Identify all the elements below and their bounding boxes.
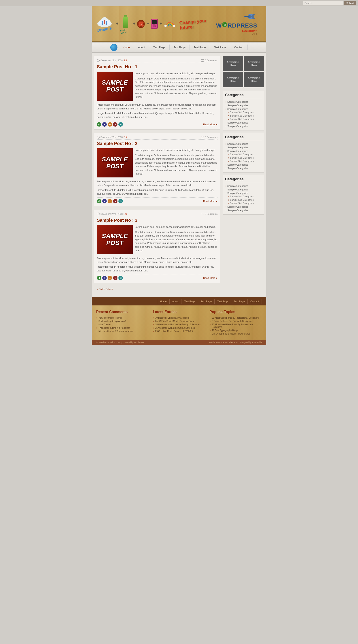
svg-point-14 [164, 24, 167, 27]
cat-item-1-3[interactable]: Sample Categories [225, 107, 262, 111]
footer-nav-testpage-1[interactable]: Test Page [182, 299, 198, 304]
cat-item-2-4[interactable]: Sample Categories [225, 163, 262, 166]
recent-comment-1[interactable]: Bookmarking this post now! [96, 320, 148, 323]
cat-item-3-2[interactable]: Sample Categories [225, 188, 262, 191]
nav-testpage-3[interactable]: Test Page [190, 44, 210, 50]
footer-nav-testpage-4[interactable]: Test Page [231, 299, 248, 304]
post-meta-2: December 22nd, 2008 Edit 0 Comments [97, 136, 218, 140]
nav-home[interactable]: Home [118, 44, 134, 50]
cat-item-2-sub-3[interactable]: Sample Sub Categories [225, 160, 262, 163]
share-icon-teal-3[interactable]: ✉ [118, 276, 123, 280]
read-more-1[interactable]: Read More ● [203, 123, 218, 126]
cat-item-1-1[interactable]: Sample Categories [225, 100, 262, 104]
cat-item-3-3[interactable]: Sample Categories [225, 191, 262, 195]
post-2: December 22nd, 2008 Edit 0 Comments Samp… [94, 133, 220, 206]
cat-item-3-4[interactable]: Sample Categories [225, 205, 262, 208]
ad-box-1[interactable]: Advertise Here [223, 56, 243, 72]
cat-item-2-1[interactable]: Sample Categories [225, 142, 262, 146]
nav-testpage-2[interactable]: Test Page [170, 44, 190, 50]
popular-topic-3[interactable]: 16 Best Typography Blogs [210, 329, 262, 332]
recent-comment-0[interactable]: Very nice theme Thanks [96, 316, 148, 320]
latest-entry-1[interactable]: List Of Top Social Media Network Sites [153, 320, 205, 323]
share-icon-red-2[interactable]: ♦ [113, 199, 118, 204]
search-input[interactable] [303, 1, 343, 5]
footer-nav-about[interactable]: About [170, 299, 182, 304]
post-image-2: SAMPLE POST [97, 148, 133, 178]
older-entries: « Older Entries [94, 286, 220, 294]
footer-theme-credit: WordPress Christmas Theme v1.1 Designed … [209, 341, 262, 344]
share-icon-red-3[interactable]: ♦ [113, 276, 118, 280]
share-icon-orange-1[interactable]: ★ [108, 122, 112, 127]
footer-nav-contact[interactable]: Contact [248, 299, 262, 304]
cat-item-1-4[interactable]: Sample Categories [225, 121, 262, 124]
read-more-3[interactable]: Read More ● [203, 276, 218, 279]
recent-comment-2[interactable]: Nice Theme. [96, 323, 148, 326]
latest-entry-2[interactable]: 15 Websites With Creative Design & Featu… [153, 323, 205, 326]
cat-item-1-sub-1[interactable]: Sample Sub Categories [225, 111, 262, 114]
svg-point-13 [141, 24, 142, 24]
nav-testpage-1[interactable]: Test Page [149, 44, 170, 50]
share-icon-blue-1[interactable]: ✦ [102, 122, 107, 127]
popular-topic-2[interactable]: 22 Most Used Free Fonts By Professional … [210, 323, 262, 329]
bottle-icon [123, 17, 128, 28]
nav-about[interactable]: About [134, 44, 149, 50]
cat-item-1-sub-2[interactable]: Sample Sub Categories [225, 114, 262, 118]
ad-box-4[interactable]: Advertise Here [244, 72, 264, 87]
main-content: December 22nd, 2008 Edit 0 Comments Samp… [94, 56, 223, 294]
latest-entry-0[interactable]: 70 Beautiful Christmas Wallpapers [153, 316, 205, 320]
cat-item-1-2[interactable]: Sample Categories [225, 104, 262, 107]
cat-item-2-5[interactable]: Sample Categories [225, 166, 262, 170]
cat-item-1-sub-3[interactable]: Sample Sub Categories [225, 118, 262, 121]
cat-item-1-5[interactable]: Sample Categories [225, 124, 262, 128]
footer-nav-testpage-3[interactable]: Test Page [214, 299, 231, 304]
share-icon-blue-2[interactable]: ✦ [102, 199, 107, 204]
post-title-2: Sample Post No : 2 [97, 141, 218, 146]
recent-comment-3[interactable]: Thanks for putting it all together. [96, 326, 148, 330]
latest-entry-3[interactable]: 35 Websites With Bold Colour Schemes [153, 326, 205, 330]
post-fulltext-2: Fusce quam mi, tincidunt vel, fermentum … [97, 180, 218, 196]
cat-item-3-sub-3[interactable]: Sample Sub Categories [225, 202, 262, 205]
share-icon-teal-1[interactable]: ✉ [118, 122, 123, 127]
share-icon-orange-3[interactable]: ★ [108, 276, 112, 280]
share-icon-orange-2[interactable]: ★ [108, 199, 112, 204]
share-icon-blue-3[interactable]: ✦ [102, 276, 107, 280]
top-bar: Submit [0, 0, 358, 6]
nav-testpage-4[interactable]: Test Page [210, 44, 230, 50]
share-icon-green-3[interactable]: ♻ [97, 276, 101, 280]
ad-box-3[interactable]: Advertise Here [223, 72, 243, 87]
categories-title-3: Categories [225, 177, 262, 182]
version-text: V1.1 [216, 33, 257, 36]
footer-nav-home[interactable]: Home [157, 299, 170, 304]
footer-nav-testpage-2[interactable]: Test Page [198, 299, 214, 304]
share-icon-green-1[interactable]: ♻ [97, 122, 101, 127]
share-icons-1: ♻ ✦ ★ ♦ ✉ [97, 122, 123, 127]
cat-item-2-sub-1[interactable]: Sample Sub Categories [225, 153, 262, 156]
cat-item-3-sub-1[interactable]: Sample Sub Categories [225, 195, 262, 198]
share-icon-teal-2[interactable]: ✉ [118, 199, 123, 204]
post-meta-3: December 22nd, 2008 Edit 0 Comments [97, 212, 218, 216]
share-icon-red-1[interactable]: ♦ [113, 122, 118, 127]
nav-contact[interactable]: Contact [230, 44, 248, 50]
post-edit-1[interactable]: Edit [124, 59, 127, 62]
latest-entry-4[interactable]: 29 Creative Movie Posters of 2008-09 [153, 330, 205, 333]
popular-topic-0[interactable]: 21 Most Used Fonts By Professional Desig… [210, 316, 262, 320]
ad-box-2[interactable]: Advertise Here [244, 56, 264, 72]
cat-item-3-1[interactable]: Sample Categories [225, 184, 262, 188]
clock-meta-icon-3 [97, 212, 100, 215]
post-3: December 22nd, 2008 Edit 0 Comments Samp… [94, 210, 220, 283]
share-icon-green-2[interactable]: ♻ [97, 199, 101, 204]
submit-button[interactable]: Submit [344, 1, 356, 5]
older-entries-link[interactable]: « Older Entries [97, 288, 113, 290]
cat-item-2-3[interactable]: Sample Categories [225, 149, 262, 153]
recent-comment-4[interactable]: Nice post for me ! Thanks for share [96, 330, 148, 333]
cat-item-3-sub-2[interactable]: Sample Sub Categories [225, 198, 262, 202]
cat-item-2-2[interactable]: Sample Categories [225, 146, 262, 149]
cat-item-3-5[interactable]: Sample Categories [225, 208, 262, 212]
recent-comments-widget: Recent Comments Very nice theme Thanks B… [96, 310, 148, 336]
post-edit-3[interactable]: Edit [124, 213, 127, 215]
post-edit-2[interactable]: Edit [124, 136, 127, 138]
popular-topic-4[interactable]: List Of Top Social Media Network Sites [210, 332, 262, 336]
read-more-2[interactable]: Read More ● [203, 200, 218, 202]
cat-item-2-sub-2[interactable]: Sample Sub Categories [225, 156, 262, 160]
popular-topic-1[interactable]: 5 Beautiful Icons Set For Web Designers [210, 320, 262, 323]
